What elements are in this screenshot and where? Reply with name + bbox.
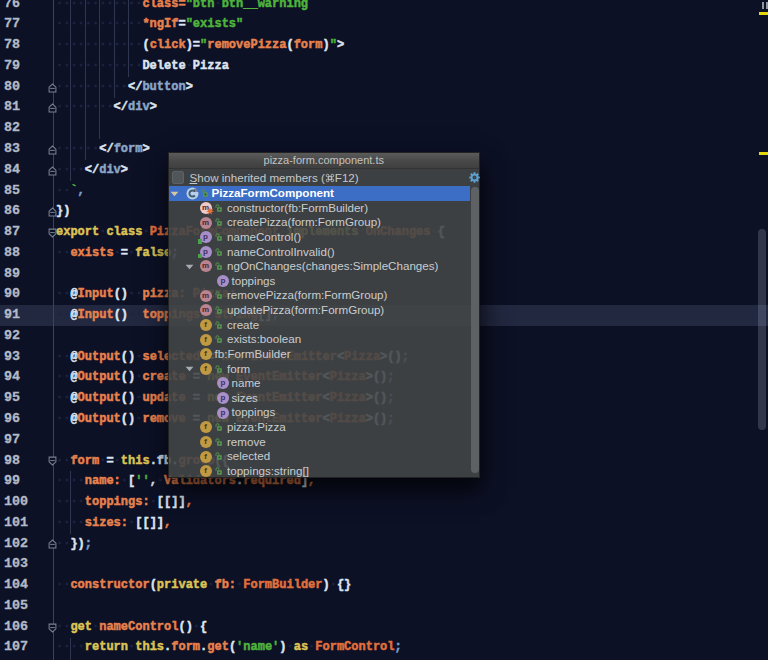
svg-text:ts: ts	[194, 188, 198, 193]
